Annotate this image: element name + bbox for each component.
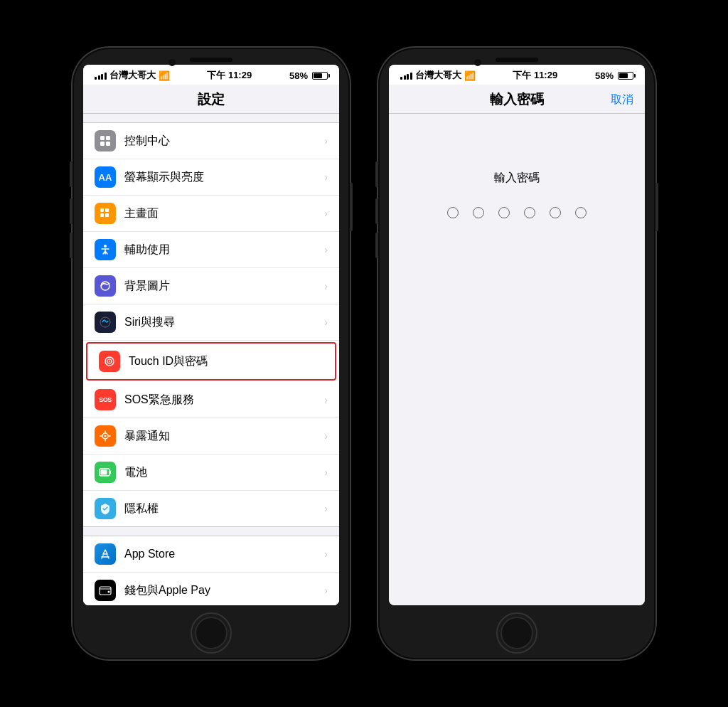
appstore-icon (95, 543, 116, 565)
status-left-1: 台灣大哥大 📶 (95, 69, 170, 82)
exposure-chevron: › (324, 430, 328, 442)
time-1: 下午 11:29 (207, 69, 252, 82)
wallet-icon (95, 580, 116, 601)
privacy-chevron: › (324, 503, 328, 514)
control-center-icon (95, 130, 116, 152)
display-icon: AA (95, 166, 116, 188)
appstore-chevron: › (324, 548, 328, 560)
display-label: 螢幕顯示與亮度 (124, 170, 324, 185)
passcode-dot-3 (498, 207, 510, 218)
wallpaper-icon (95, 275, 116, 297)
row-siri[interactable]: Siri與搜尋 › (83, 304, 339, 341)
row-exposure[interactable]: 暴露通知 › (83, 418, 339, 455)
settings-list: 控制中心 › AA 螢幕顯示與亮度 › 主畫面 › (83, 114, 339, 605)
status-left-2: 台灣大哥大 📶 (400, 69, 476, 82)
battery-percent-2: 58% (595, 70, 614, 81)
svg-rect-3 (106, 142, 110, 146)
speaker-2 (496, 58, 538, 62)
battery-icon-1 (312, 72, 328, 80)
wallet-label: 錢包與Apple Pay (124, 583, 324, 598)
time-2: 下午 11:29 (513, 69, 557, 82)
row-home[interactable]: 主畫面 › (83, 196, 339, 232)
password-prompt: 輸入密碼 (494, 171, 540, 186)
camera-dot-1 (168, 59, 176, 66)
screen-1: 台灣大哥大 📶 下午 11:29 58% 設定 控制中心 (83, 65, 339, 605)
passcode-dot-4 (524, 207, 535, 218)
settings-group-2: App Store › 錢包與Apple Pay › (83, 536, 339, 605)
password-content: 輸入密碼 (389, 114, 645, 605)
wallet-chevron: › (324, 585, 328, 596)
svg-rect-4 (100, 208, 104, 212)
home-button-1[interactable] (191, 612, 232, 654)
home-chevron: › (324, 208, 328, 219)
speaker-1 (190, 58, 232, 62)
status-bar-1: 台灣大哥大 📶 下午 11:29 58% (83, 65, 339, 85)
wifi-icon-1: 📶 (159, 70, 170, 81)
battery-row-icon (95, 462, 116, 483)
home-icon (95, 203, 116, 224)
wallpaper-label: 背景圖片 (124, 279, 324, 294)
status-right-2: 58% (595, 70, 633, 81)
siri-chevron: › (324, 317, 328, 328)
status-bar-2: 台灣大哥大 📶 下午 11:29 58% (389, 65, 645, 85)
phone-2: 台灣大哥大 📶 下午 11:29 58% 輸入密碼 取消 輸入密碼 (378, 48, 655, 659)
row-display[interactable]: AA 螢幕顯示與亮度 › (83, 159, 339, 196)
svg-rect-23 (100, 587, 111, 595)
battery-icon-2 (618, 72, 633, 80)
battery-percent-1: 58% (289, 70, 308, 81)
phone-top-2 (378, 48, 655, 62)
passcode-dot-5 (550, 207, 561, 218)
screen-2: 台灣大哥大 📶 下午 11:29 58% 輸入密碼 取消 輸入密碼 (389, 65, 645, 605)
exposure-label: 暴露通知 (124, 429, 324, 444)
sos-chevron: › (324, 394, 328, 405)
svg-point-24 (108, 591, 110, 593)
svg-point-15 (105, 435, 107, 437)
carrier-2: 台灣大哥大 (415, 69, 461, 82)
phone-1: 台灣大哥大 📶 下午 11:29 58% 設定 控制中心 (73, 48, 350, 659)
row-wallet[interactable]: 錢包與Apple Pay › (83, 573, 339, 605)
passcode-dot-6 (575, 207, 587, 218)
row-appstore[interactable]: App Store › (83, 536, 339, 573)
home-button-inner-2 (500, 617, 533, 649)
svg-rect-0 (100, 136, 105, 140)
camera-dot-2 (474, 59, 481, 66)
row-wallpaper[interactable]: 背景圖片 › (83, 268, 339, 304)
row-privacy[interactable]: 隱私權 › (83, 491, 339, 526)
home-label: 主畫面 (124, 206, 324, 221)
passcode-dots (447, 207, 587, 218)
svg-point-10 (100, 317, 110, 327)
accessibility-label: 輔助使用 (124, 243, 324, 257)
row-touchid[interactable]: Touch ID與密碼 (86, 342, 336, 381)
passcode-dot-2 (473, 207, 484, 218)
cancel-button[interactable]: 取消 (611, 92, 633, 107)
row-battery[interactable]: 電池 › (83, 455, 339, 491)
sos-label: SOS緊急服務 (124, 393, 324, 408)
home-button-inner-1 (195, 617, 228, 649)
svg-point-8 (104, 245, 107, 248)
privacy-icon (95, 498, 116, 519)
status-right-1: 58% (289, 70, 328, 81)
svg-rect-6 (100, 213, 104, 217)
svg-rect-1 (106, 136, 110, 140)
battery-label: 電池 (124, 465, 324, 480)
signal-icon-1 (95, 71, 107, 80)
svg-rect-21 (109, 471, 111, 474)
control-center-label: 控制中心 (124, 134, 324, 149)
password-nav: 輸入密碼 取消 (389, 85, 645, 114)
display-chevron: › (324, 171, 328, 183)
svg-rect-2 (100, 142, 105, 146)
touchid-label: Touch ID與密碼 (129, 354, 323, 369)
row-accessibility[interactable]: 輔助使用 › (83, 232, 339, 268)
row-control-center[interactable]: 控制中心 › (83, 123, 339, 159)
svg-point-9 (101, 282, 109, 290)
accessibility-icon (95, 239, 116, 260)
carrier-1: 台灣大哥大 (109, 69, 156, 82)
nav-title-1: 設定 (83, 85, 339, 114)
signal-icon-2 (400, 71, 412, 80)
passcode-dot-1 (447, 207, 459, 218)
settings-group-1: 控制中心 › AA 螢幕顯示與亮度 › 主畫面 › (83, 122, 339, 527)
row-sos[interactable]: SOS SOS緊急服務 › (83, 382, 339, 418)
siri-label: Siri與搜尋 (124, 315, 324, 330)
appstore-label: App Store (124, 548, 324, 560)
home-button-2[interactable] (496, 612, 537, 654)
